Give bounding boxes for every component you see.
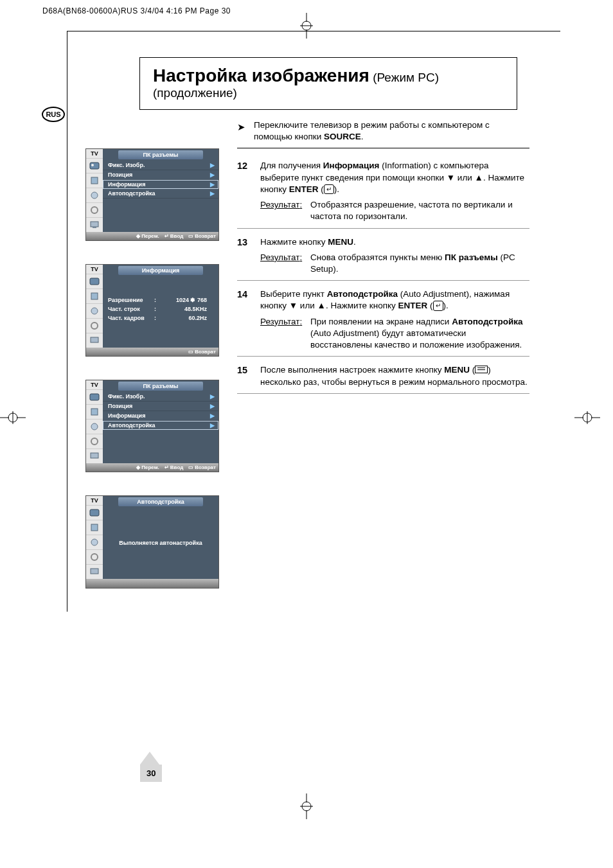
crop-mark-icon [294, 13, 319, 15]
